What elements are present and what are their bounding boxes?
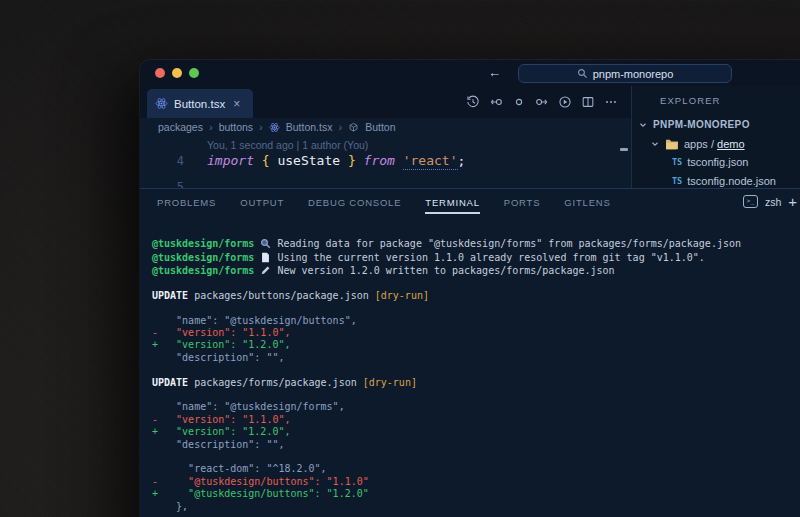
circle-icon[interactable]	[512, 95, 526, 109]
chevron-down-icon	[650, 139, 660, 149]
terminal-text-segment: Reading data for package "@tuskdesign/fo…	[271, 238, 741, 249]
terminal-content[interactable]: @tuskdesign/forms Reading data for packa…	[152, 237, 741, 513]
more-actions-icon[interactable]	[604, 95, 618, 109]
folder-path-prefix: apps /	[684, 138, 717, 150]
terminal-text-segment: @tuskdesign/forms	[152, 265, 254, 276]
command-center-search[interactable]: pnpm-monorepo	[518, 64, 732, 83]
minimize-window-button[interactable]	[172, 68, 182, 78]
terminal-text-segment: UPDATE	[152, 290, 188, 301]
terminal-line: "name": "@tuskdesign/forms",	[152, 401, 741, 413]
run-icon[interactable]	[558, 95, 572, 109]
terminal-text-segment: - "version": "1.1.0",	[152, 327, 290, 338]
panel-tab-ports[interactable]: PORTS	[504, 197, 541, 208]
terminal-line: + "version": "1.2.0",	[152, 426, 741, 438]
terminal-line: "description": "",	[152, 352, 741, 364]
explorer-root-pnpm-monorepo[interactable]: PNPM-MONOREPO	[638, 119, 750, 130]
terminal-line: @tuskdesign/forms Using the current vers…	[152, 251, 741, 265]
terminal-icon: >_	[743, 195, 758, 208]
code-token: ;	[458, 153, 466, 168]
git-blame-annotation: You, 1 second ago | 1 author (You)	[207, 139, 368, 151]
terminal-text-segment: "name": "@tuskdesign/forms",	[152, 401, 345, 412]
terminal-line: + "version": "1.2.0",	[152, 339, 741, 351]
breadcrumb-item-button-tsx[interactable]: Button.tsx	[286, 121, 333, 133]
chevron-right-icon: ›	[259, 121, 263, 133]
terminal-text-segment: packages/forms/package.json	[188, 377, 363, 388]
terminal-line: @tuskdesign/forms New version 1.2.0 writ…	[152, 264, 741, 278]
code-token: from	[364, 153, 395, 168]
breadcrumb-item-button-symbol[interactable]: Button	[365, 121, 395, 133]
explorer-sidebar: EXPLORER PNPM-MONOREPO apps / demo TS ts…	[632, 86, 800, 188]
terminal-text-segment: - "version": "1.1.0",	[152, 414, 290, 425]
code-token: {	[262, 153, 270, 168]
code-token-string: 'react'	[403, 153, 458, 170]
code-token: useState	[270, 153, 348, 168]
terminal-text-segment: "name": "@tuskdesign/buttons",	[152, 315, 357, 326]
terminal-text-segment: "description": "",	[152, 352, 284, 363]
panel-tab-bar: PROBLEMS OUTPUT DEBUG CONSOLE TERMINAL P…	[157, 197, 611, 208]
history-icon[interactable]	[466, 95, 480, 109]
breadcrumb-item-buttons[interactable]: buttons	[219, 121, 253, 133]
terminal-text-segment: "react-dom": "^18.2.0",	[152, 463, 327, 474]
terminal-text-segment: + "version": "1.2.0",	[152, 339, 290, 350]
root-label: PNPM-MONOREPO	[653, 119, 750, 130]
split-editor-icon[interactable]	[581, 95, 595, 109]
explorer-item-apps-demo[interactable]: apps / demo	[650, 138, 745, 150]
terminal-text-segment: Using the current version 1.1.0 already …	[271, 252, 704, 263]
panel-tab-output[interactable]: OUTPUT	[240, 197, 284, 208]
terminal-text-segment: - "@tuskdesign/buttons": "1.1.0"	[152, 476, 369, 487]
terminal-line: UPDATE packages/buttons/package.json [dr…	[152, 290, 741, 302]
editor-area[interactable]: packages › buttons › Button.tsx › Button…	[140, 118, 631, 188]
terminal-text-segment: + "version": "1.2.0",	[152, 426, 290, 437]
terminal-text-segment: @tuskdesign/forms	[152, 238, 254, 249]
symbol-class-icon	[348, 122, 359, 133]
breadcrumb-item-packages[interactable]: packages	[158, 121, 203, 133]
previous-change-icon[interactable]	[489, 95, 503, 109]
panel-tab-terminal[interactable]: TERMINAL	[425, 197, 479, 208]
shell-label[interactable]: zsh	[765, 196, 781, 208]
back-arrow-icon[interactable]: ←	[488, 64, 501, 82]
terminal-text-segment: packages/buttons/package.json	[188, 290, 375, 301]
close-window-button[interactable]	[155, 68, 165, 78]
terminal-shell-selector: >_ zsh +	[743, 195, 797, 208]
code-line: import { useState } from 'react';	[207, 151, 465, 171]
react-icon	[155, 97, 168, 110]
panel-tab-problems[interactable]: PROBLEMS	[157, 197, 216, 208]
code-token: }	[348, 153, 356, 168]
explorer-item-tsconfig-json[interactable]: TS tsconfig.json	[672, 156, 748, 168]
magnifier-icon	[260, 238, 271, 249]
terminal-line: "react-dom": "^18.2.0",	[152, 463, 741, 475]
next-change-icon[interactable]	[535, 95, 549, 109]
line-number: 4	[162, 154, 184, 168]
terminal-text-segment: [dry-run]	[363, 377, 417, 388]
terminal-line: @tuskdesign/forms Reading data for packa…	[152, 237, 741, 251]
explorer-item-tsconfig-node-json[interactable]: TS tsconfig.node.json	[672, 175, 776, 187]
code-token	[395, 153, 403, 168]
chevron-right-icon: ›	[209, 121, 213, 133]
panel-tab-gitlens[interactable]: GITLENS	[564, 197, 610, 208]
close-tab-icon[interactable]: ×	[233, 97, 240, 111]
terminal-line: "name": "@tuskdesign/buttons",	[152, 315, 741, 327]
tab-button-tsx[interactable]: Button.tsx ×	[147, 89, 253, 118]
terminal-text-segment: [dry-run]	[375, 290, 429, 301]
terminal-text-segment: + "@tuskdesign/buttons": "1.2.0"	[152, 488, 369, 499]
chevron-down-icon	[638, 120, 648, 130]
terminal-text-segment: New version 1.2.0 written to packages/fo…	[271, 265, 614, 276]
title-bar: ← → pnpm-monorepo	[140, 60, 800, 86]
search-icon	[577, 68, 588, 79]
zoom-window-button[interactable]	[189, 68, 199, 78]
code-token	[254, 153, 262, 168]
window-controls	[155, 68, 199, 78]
new-terminal-button[interactable]: +	[788, 195, 797, 208]
folder-label-demo: demo	[717, 138, 745, 150]
desktop: { "titlebar": { "back": "←", "forward": …	[0, 0, 800, 517]
typescript-icon: TS	[672, 176, 682, 186]
panel-tab-debug-console[interactable]: DEBUG CONSOLE	[308, 197, 401, 208]
folder-icon	[665, 138, 679, 150]
terminal-line	[152, 302, 741, 314]
terminal-line: - "version": "1.1.0",	[152, 327, 741, 339]
terminal-text-segment: "description": "",	[152, 439, 284, 450]
pencil-icon	[260, 265, 271, 276]
terminal-line: "description": "",	[152, 439, 741, 451]
terminal-line: UPDATE packages/forms/package.json [dry-…	[152, 377, 741, 389]
editor-actions	[466, 95, 618, 109]
